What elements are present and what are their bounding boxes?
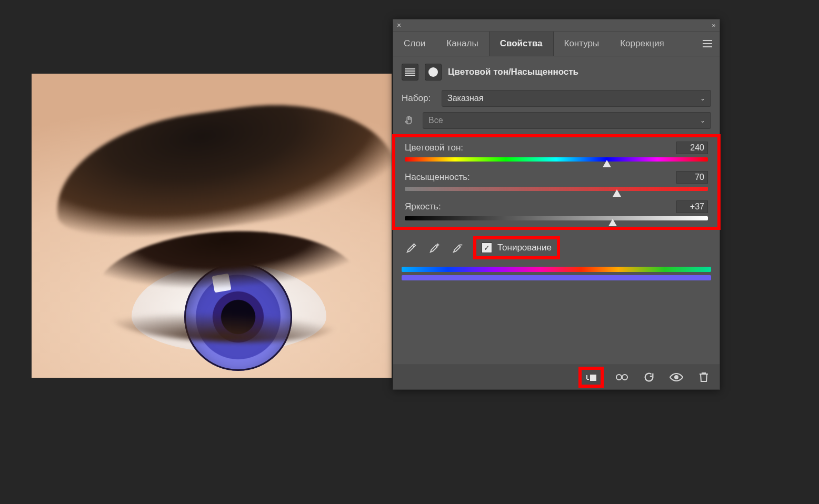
clip-to-layer-icon[interactable] <box>582 368 601 386</box>
svg-point-5 <box>675 376 678 379</box>
tab-channels[interactable]: Каналы <box>436 32 488 56</box>
hue-range-display <box>402 267 711 280</box>
preset-row: Набор: Заказная ⌄ <box>402 90 711 107</box>
preset-value: Заказная <box>447 94 483 103</box>
tab-layers[interactable]: Слои <box>393 32 436 56</box>
preset-label: Набор: <box>402 93 435 104</box>
lightness-slider[interactable] <box>405 216 708 220</box>
clip-to-layer-highlight <box>578 367 604 388</box>
panel-footer <box>393 365 720 389</box>
close-icon[interactable]: × <box>393 19 405 31</box>
panel-topbar: × » <box>393 19 720 32</box>
svg-rect-1 <box>703 43 712 44</box>
hue-slider[interactable] <box>405 157 708 162</box>
trash-icon[interactable] <box>694 368 713 386</box>
colorize-label: Тонирование <box>497 243 552 253</box>
lightness-value-input[interactable] <box>676 200 708 213</box>
tab-properties[interactable]: Свойства <box>489 32 554 56</box>
panel-body: Цветовой тон/Насыщенность Набор: Заказна… <box>393 56 720 280</box>
hue-range-bottom <box>402 275 711 280</box>
document-canvas[interactable] <box>32 74 392 378</box>
colorize-checkbox[interactable]: ✓ <box>482 243 492 253</box>
color-range-select[interactable]: Все ⌄ <box>423 112 711 129</box>
reset-icon[interactable] <box>640 368 658 386</box>
hue-thumb[interactable] <box>603 160 611 167</box>
visibility-icon[interactable] <box>667 368 686 386</box>
svg-rect-0 <box>703 40 712 41</box>
chevron-down-icon: ⌄ <box>700 117 705 124</box>
panel-tab-strip: Слои Каналы Свойства Контуры Коррекция <box>393 32 720 56</box>
svg-rect-2 <box>703 46 712 47</box>
svg-rect-3 <box>590 375 596 381</box>
saturation-slider[interactable] <box>405 187 708 191</box>
lightness-thumb[interactable] <box>608 219 617 226</box>
colorize-highlight: ✓ Тонирование <box>473 236 560 259</box>
hue-label: Цветовой тон: <box>405 143 463 153</box>
saturation-slider-block: Насыщенность: <box>405 171 708 191</box>
collapse-icon[interactable]: » <box>708 19 720 31</box>
lightness-label: Яркость: <box>405 201 441 212</box>
eyedropper-add-icon[interactable] <box>425 238 445 258</box>
saturation-thumb[interactable] <box>613 189 621 197</box>
preset-select[interactable]: Заказная ⌄ <box>442 90 711 107</box>
panel-menu-icon[interactable] <box>695 32 720 56</box>
saturation-label: Насыщенность: <box>405 172 470 183</box>
properties-panel: × » Слои Каналы Свойства Контуры Коррекц… <box>393 19 720 390</box>
eyedropper-row: ✓ Тонирование <box>392 236 721 259</box>
targeted-adjust-icon[interactable] <box>402 113 416 128</box>
view-previous-icon[interactable] <box>612 368 631 386</box>
color-range-row: Все ⌄ <box>402 112 711 129</box>
hue-value-input[interactable] <box>676 142 708 154</box>
layer-mask-icon <box>425 64 442 80</box>
adjustment-title-row: Цветовой тон/Насыщенность <box>402 64 711 80</box>
sliders-highlight: Цветовой тон: Насыщенность: Яркост <box>392 134 721 230</box>
svg-point-4 <box>616 375 622 380</box>
color-range-value: Все <box>428 116 443 125</box>
chevron-down-icon: ⌄ <box>700 95 705 102</box>
hue-saturation-icon <box>402 64 418 80</box>
tab-paths[interactable]: Контуры <box>554 32 610 56</box>
tab-adjustments[interactable]: Коррекция <box>610 32 675 56</box>
hue-range-top <box>402 267 711 272</box>
eyedropper-icon[interactable] <box>402 238 422 258</box>
lightness-slider-block: Яркость: <box>405 200 708 220</box>
adjustment-title: Цветовой тон/Насыщенность <box>448 67 578 77</box>
hue-slider-block: Цветовой тон: <box>405 142 708 162</box>
saturation-value-input[interactable] <box>676 171 708 184</box>
eyedropper-subtract-icon[interactable] <box>448 238 468 258</box>
